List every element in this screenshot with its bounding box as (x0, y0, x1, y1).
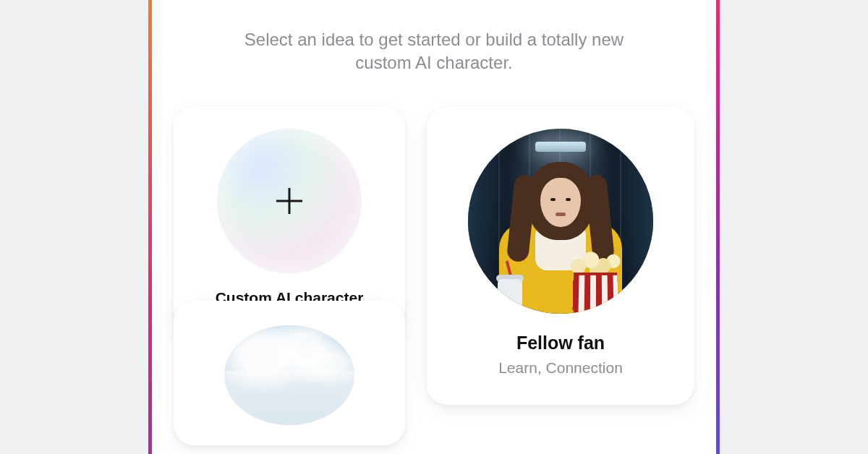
card-fellow-fan[interactable]: Fellow fan Learn, Connection (427, 107, 694, 405)
fellow-fan-subtitle: Learn, Connection (498, 359, 623, 377)
card-grid: Custom AI character (152, 107, 716, 445)
card-custom-ai-character[interactable]: Custom AI character (174, 107, 405, 331)
card-template-partial[interactable] (174, 301, 405, 445)
phone-screen: Create an AI character Select an idea to… (152, 0, 716, 454)
header: Create an AI character (152, 0, 716, 4)
page-subtitle: Select an idea to get started or build a… (231, 28, 637, 75)
left-column: Custom AI character (174, 107, 405, 445)
template-avatar-sky (224, 325, 354, 425)
fellow-fan-title: Fellow fan (516, 333, 605, 354)
phone-gradient-frame: Create an AI character Select an idea to… (148, 0, 720, 454)
custom-card-circle (217, 129, 362, 273)
plus-icon (276, 188, 302, 214)
fellow-fan-avatar (468, 129, 653, 314)
